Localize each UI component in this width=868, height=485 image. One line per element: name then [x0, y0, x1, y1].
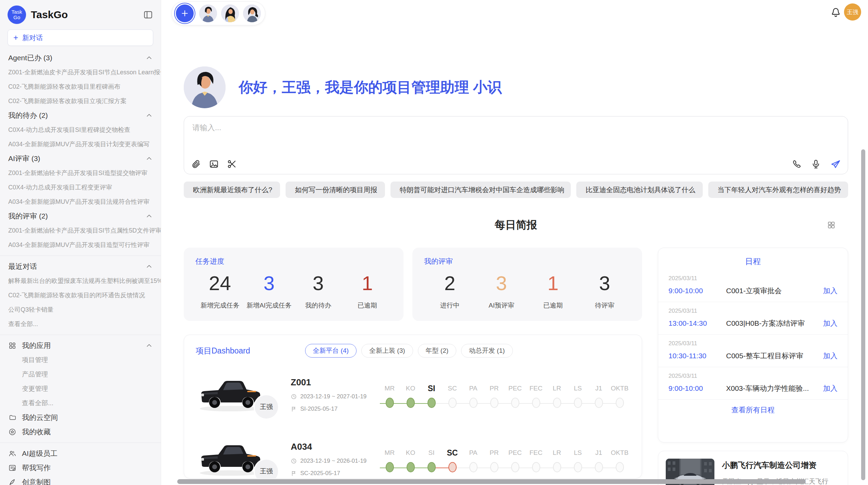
chevron-up-icon[interactable] [146, 342, 153, 349]
milestone-dot-future [490, 462, 498, 472]
chevron-up-icon[interactable] [146, 155, 153, 162]
milestone-dot-future [511, 462, 519, 472]
sidebar-item-help-me-write[interactable]: 帮我写作 [0, 461, 161, 475]
milestone: LR [546, 448, 567, 472]
notification-bell-icon[interactable] [830, 7, 841, 18]
stat-value: 3 [294, 271, 343, 296]
menu-label: 我的应用 [22, 341, 51, 350]
chat-input[interactable] [192, 123, 707, 150]
join-meeting-link[interactable]: 加入 [823, 351, 837, 361]
section-header-agent-done[interactable]: Agent已办 (3) [0, 51, 161, 65]
new-chat-button[interactable]: + 新对话 [8, 29, 153, 46]
sidebar-collapse-icon[interactable] [143, 10, 153, 20]
sidebar-task-item[interactable]: C0X4-动力总成开发项目SI里程碑提交物检查 [0, 123, 161, 137]
attachment-icon[interactable] [191, 159, 201, 169]
section-title: 我的评审 (2) [8, 211, 48, 221]
milestone: SI [421, 383, 442, 408]
chevron-up-icon[interactable] [146, 213, 153, 220]
vertical-scrollbar[interactable] [861, 149, 865, 480]
chevron-up-icon[interactable] [146, 54, 153, 61]
horizontal-scrollbar[interactable] [177, 479, 806, 484]
stat-value: 24 [195, 271, 244, 296]
section-header-my-todo[interactable]: 我的待办 (2) [0, 108, 161, 123]
milestone-dot-future [595, 462, 603, 472]
recent-chat-item[interactable]: 解释最新出台的欧盟报废车法规再生塑料比例被调至15%... [0, 274, 161, 288]
send-icon[interactable] [830, 159, 840, 169]
sidebar-item-favorites[interactable]: 我的收藏 [0, 425, 161, 439]
agent-avatar-1[interactable] [199, 4, 217, 22]
apps-grid-icon [8, 341, 16, 350]
milestone-dot-future [532, 462, 540, 472]
milestone-dot-future [595, 398, 603, 408]
my-apps-view-all[interactable]: 查看全部... [0, 396, 161, 410]
star-badge-icon [8, 428, 16, 436]
tab-new-platform[interactable]: 全新平台 (4) [305, 344, 357, 358]
suggestion-chip[interactable]: 特朗普可能对进口汽车增税会对中国车企造成哪些影响 [390, 182, 571, 198]
stat-new-ai-done: 3 新增AI完成任务 [244, 271, 293, 310]
section-title: AI评审 (3) [8, 154, 40, 163]
sidebar-task-item[interactable]: A034-全新新能源MUV产品开发项目计划变更表编写 [0, 137, 161, 151]
join-meeting-link[interactable]: 加入 [823, 286, 837, 296]
sidebar-item-project-mgmt[interactable]: 项目管理 [0, 353, 161, 367]
sidebar-item-change-mgmt[interactable]: 变更管理 [0, 382, 161, 396]
sidebar-task-item[interactable]: C02-飞腾新能源轻客改款项目立项汇报方案 [0, 94, 161, 108]
milestone: MR [379, 448, 400, 472]
microphone-icon[interactable] [811, 159, 821, 169]
agent-avatar-2[interactable] [221, 4, 239, 22]
sidebar-task-item[interactable]: Z001-全新燃油轻卡产品开发项目SI节点属性5D文件评审 [0, 223, 161, 238]
sidebar-task-item[interactable]: C02-飞腾新能源轻客改款项目里程碑画布 [0, 79, 161, 94]
suggestion-chip[interactable]: 欧洲新规最近颁布了什么? [184, 182, 280, 198]
join-meeting-link[interactable]: 加入 [823, 319, 837, 328]
image-upload-icon[interactable] [209, 159, 219, 169]
project-image: 王强 [196, 440, 269, 478]
section-header-recent-chats[interactable]: 最近对话 [0, 259, 161, 274]
sidebar-item-product-mgmt[interactable]: 产品管理 [0, 367, 161, 382]
sidebar-task-item[interactable]: C0X4-动力总成开发项目工程变更评审 [0, 180, 161, 195]
milestone-dot-future [469, 462, 478, 472]
milestone-track: MR KO SI SC PA PR PEC FEC LR LS J1 OKTB [379, 446, 630, 472]
voice-call-icon[interactable] [792, 159, 802, 169]
project-row-z001[interactable]: 王强 Z001 2023-12-19 ~ 2027-01-19 SI-2025-… [196, 367, 630, 422]
sidebar-item-ai-super-staff[interactable]: AI超级员工 [0, 446, 161, 461]
date-range: 2023-12-19 ~ 2026-01-19 [300, 458, 366, 464]
chevron-up-icon[interactable] [146, 112, 153, 119]
project-code: A034 [291, 442, 376, 452]
stat-ai-pre-review: 3 AI预评审 [476, 271, 528, 310]
section-header-ai-review[interactable]: AI评审 (3) [0, 151, 161, 166]
sidebar-item-cloud-space[interactable]: 我的云空间 [0, 410, 161, 425]
tab-new-body[interactable]: 全新上装 (3) [361, 344, 413, 358]
my-review-card: 我的评审 2 进行中 3 AI预评审 1 已逾期 3 待评审 [412, 248, 642, 321]
recent-chat-item[interactable]: C02-飞腾新能源轻客改款项目的闭环通告反馈情况 [0, 288, 161, 302]
sidebar-item-my-apps[interactable]: 我的应用 [0, 338, 161, 353]
sidebar-task-item[interactable]: A034-全新新能源MUV产品开发项目造型可行性评审 [0, 238, 161, 252]
menu-label: 我的云空间 [22, 413, 58, 422]
sidebar-task-item[interactable]: A034-全新新能源MUV产品开发项目法规符合性评审 [0, 195, 161, 209]
sidebar-task-item[interactable]: Z001-全新燃油皮卡产品开发项目SI节点Lesson Learn报告 [0, 65, 161, 79]
suggestion-chip[interactable]: 比亚迪全固态电池计划具体说了什么 [576, 182, 703, 198]
recent-chat-item[interactable]: 公司Q3轻卡销量 [0, 302, 161, 317]
layout-grid-icon[interactable] [827, 221, 836, 229]
sidebar-item-creative-drawing[interactable]: 创意制图 [0, 475, 161, 485]
milestone-dot-done [407, 398, 415, 408]
section-title: 最近对话 [8, 262, 37, 271]
tab-powertrain[interactable]: 动总开发 (1) [461, 344, 513, 358]
project-dates: 2023-12-19 ~ 2026-01-19 [291, 458, 376, 464]
task-progress-card: 任务进度 24 新增完成任务 3 新增AI完成任务 3 我的待办 1 已逾期 [184, 248, 403, 321]
suggestion-chip[interactable]: 如何写一份清晰的项目周报 [286, 182, 385, 198]
join-meeting-link[interactable]: 加入 [823, 384, 837, 393]
section-header-my-review[interactable]: 我的评审 (2) [0, 209, 161, 223]
sidebar-task-item[interactable]: Z001-全新燃油轻卡产品开发项目SI造型提交物评审 [0, 166, 161, 180]
suggestion-chip[interactable]: 当下年轻人对汽车外观有怎样的喜好趋势 [708, 182, 848, 198]
stat-new-done: 24 新增完成任务 [195, 271, 244, 310]
milestone-dot-future [553, 462, 561, 472]
view-all-schedule-link[interactable]: 查看所有日程 [658, 399, 848, 420]
chevron-up-icon[interactable] [146, 263, 153, 270]
project-row-a034[interactable]: 王强 A034 2023-12-19 ~ 2026-01-19 SC-2025-… [196, 432, 630, 478]
add-agent-button[interactable] [176, 4, 194, 22]
tab-year-model[interactable]: 年型 (2) [418, 344, 457, 358]
screenshot-scissors-icon[interactable] [227, 159, 237, 169]
user-avatar[interactable]: 王强 [844, 3, 861, 21]
clock-icon [291, 458, 297, 464]
recent-chats-view-all[interactable]: 查看全部... [0, 317, 161, 331]
agent-avatar-3[interactable] [243, 4, 261, 22]
